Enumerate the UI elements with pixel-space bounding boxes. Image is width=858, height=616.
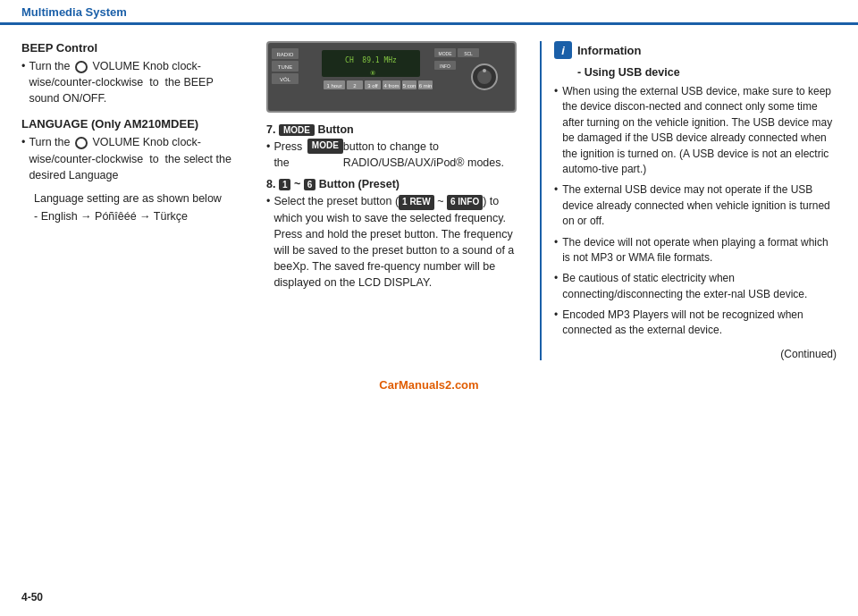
step8-label: 8. 1 ~ 6 Button (Preset) bbox=[266, 178, 527, 190]
btn-1-rew: 1 REW bbox=[399, 195, 434, 210]
svg-text:INFO: INFO bbox=[440, 63, 450, 69]
beep-section-title: BEEP Control bbox=[21, 41, 245, 55]
step8-bullets: Select the preset button (1 REW ~ 6 INFO… bbox=[266, 193, 527, 291]
info-title: Information bbox=[577, 44, 642, 57]
svg-text:VÒL: VÒL bbox=[280, 77, 291, 82]
left-column: BEEP Control Turn the VOLUME Knob clock-… bbox=[21, 41, 254, 360]
main-content: BEEP Control Turn the VOLUME Knob clock-… bbox=[0, 25, 858, 369]
info-bullets-list: When using the external USB device, make… bbox=[554, 84, 837, 339]
step8-bullet-1: Select the preset button (1 REW ~ 6 INFO… bbox=[266, 193, 527, 291]
page-header: Multimedia System bbox=[0, 0, 858, 25]
info-header: i Information bbox=[554, 41, 837, 59]
language-bullets: Turn the VOLUME Knob clock-wise/counter-… bbox=[21, 134, 245, 182]
step7-bullets: Press the MODE button to change to RADIO… bbox=[266, 139, 527, 171]
beep-bullet-1: Turn the VOLUME Knob clock-wise/counter-… bbox=[21, 58, 245, 106]
btn-6-info: 6 INFO bbox=[447, 195, 483, 210]
language-bullet-1: Turn the VOLUME Knob clock-wise/counter-… bbox=[21, 134, 245, 182]
svg-text:4 from: 4 from bbox=[383, 83, 399, 89]
btn-6: 6 bbox=[304, 179, 316, 190]
svg-text:3 off: 3 off bbox=[367, 83, 378, 89]
radio-image: CH 89.1 MHz 1 hour 2 3 off 4 from 5 con … bbox=[266, 41, 517, 113]
mode-inline-btn: MODE bbox=[307, 139, 343, 154]
beep-bullets: Turn the VOLUME Knob clock-wise/counter-… bbox=[21, 58, 245, 106]
language-arrow: - English → Póñîêéé → Türkçe bbox=[34, 210, 245, 223]
btn-1: 1 bbox=[279, 179, 291, 190]
header-title: Multimedia System bbox=[21, 5, 127, 19]
info-icon: i bbox=[554, 41, 572, 59]
language-indent: Language setting are as shown below bbox=[34, 190, 245, 207]
svg-text:SCL: SCL bbox=[464, 51, 473, 56]
svg-text:MODE: MODE bbox=[439, 51, 453, 56]
step7-bullet-1: Press the MODE button to change to RADIO… bbox=[266, 139, 527, 171]
info-bullet-2: The external USB device may not operate … bbox=[554, 182, 837, 229]
continued-text: (Continued) bbox=[554, 348, 837, 360]
svg-text:1 hour: 1 hour bbox=[326, 83, 341, 89]
watermark: CarManuals2.com bbox=[0, 378, 858, 418]
svg-point-29 bbox=[483, 69, 486, 72]
right-column: i Information - Using USB device When us… bbox=[540, 41, 837, 360]
language-section-title: LANGUAGE (Only AM210MDEE) bbox=[21, 117, 245, 131]
mode-button-label: MODE bbox=[279, 124, 315, 136]
info-box: i Information - Using USB device When us… bbox=[554, 41, 837, 360]
svg-text:TUNE: TUNE bbox=[278, 64, 292, 70]
info-subtitle: - Using USB device bbox=[577, 66, 837, 79]
step7-label: 7. MODE 7. MODE ButtonButton bbox=[266, 123, 527, 136]
info-bullet-1: When using the external USB device, make… bbox=[554, 84, 837, 177]
svg-text:CH  89.1 MHz: CH 89.1 MHz bbox=[345, 56, 397, 64]
info-bullet-4: Be cautious of static electricity when c… bbox=[554, 271, 837, 302]
svg-text:⑧: ⑧ bbox=[370, 70, 375, 77]
page-number: 4-50 bbox=[21, 591, 43, 603]
svg-text:6 min: 6 min bbox=[419, 83, 433, 89]
svg-text:5 con: 5 con bbox=[403, 83, 416, 89]
svg-text:RADIO: RADIO bbox=[276, 52, 293, 57]
info-bullet-5: Encoded MP3 Players will not be recogniz… bbox=[554, 308, 837, 339]
info-bullet-3: The device will not operate when playing… bbox=[554, 235, 837, 266]
middle-column: CH 89.1 MHz 1 hour 2 3 off 4 from 5 con … bbox=[254, 41, 540, 360]
